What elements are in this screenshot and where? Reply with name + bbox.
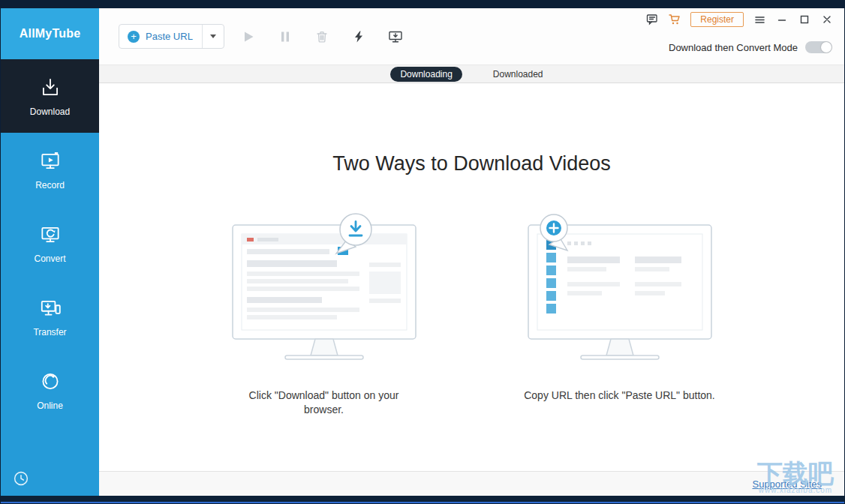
toolbar: + Paste URL: [99, 8, 844, 64]
device-download-icon: [388, 30, 403, 44]
play-icon: [242, 30, 255, 44]
sidebar-item-label: Convert: [34, 254, 65, 264]
paste-method: Copy URL then click "Paste URL" button.: [507, 213, 732, 417]
trash-icon: [315, 30, 329, 44]
device-download-button[interactable]: [387, 28, 404, 45]
app-window: AllMyTube Download: [0, 0, 845, 504]
close-button[interactable]: [820, 13, 834, 26]
convert-icon: [38, 223, 62, 247]
feedback-button[interactable]: [645, 13, 659, 26]
browser-method-caption: Click "Download" button on your browser.: [243, 388, 404, 417]
hamburger-icon: [754, 14, 765, 26]
sidebar-item-record[interactable]: Record: [1, 133, 99, 206]
browser-method: Click "Download" button on your browser.: [212, 213, 437, 417]
sidebar-item-convert[interactable]: Convert: [1, 206, 99, 280]
menu-button[interactable]: [753, 13, 766, 26]
chevron-down-icon: [210, 34, 216, 38]
paste-url-button[interactable]: + Paste URL: [119, 24, 224, 49]
window-top-border: [1, 1, 844, 8]
sidebar-item-label: Transfer: [33, 327, 66, 338]
start-download-button[interactable]: [240, 28, 257, 45]
cart-icon: [669, 14, 681, 26]
page-title: Two Ways to Download Videos: [99, 152, 844, 176]
paste-url-label: Paste URL: [146, 31, 193, 42]
browser-method-illustration: [227, 213, 422, 370]
sidebar: AllMyTube Download: [1, 8, 99, 496]
history-clock-icon[interactable]: [13, 470, 29, 487]
tab-downloading[interactable]: Downloading: [390, 67, 462, 82]
close-icon: [822, 14, 832, 25]
paste-method-caption: Copy URL then click "Paste URL" button.: [507, 388, 732, 403]
main-area: + Paste URL: [99, 8, 844, 496]
pause-download-button[interactable]: [277, 28, 293, 45]
content-panel: Two Ways to Download Videos: [99, 83, 844, 471]
delete-button[interactable]: [314, 28, 330, 45]
sidebar-item-online[interactable]: Online: [1, 353, 99, 427]
minimize-button[interactable]: [775, 13, 789, 26]
high-speed-button[interactable]: [350, 28, 367, 45]
supported-sites-link[interactable]: Supported Sites: [752, 478, 822, 490]
download-tabs: Downloading Downloaded: [99, 64, 844, 83]
window-bottom-border: [1, 496, 844, 504]
transfer-icon: [38, 296, 62, 320]
sidebar-item-transfer[interactable]: Transfer: [1, 280, 99, 353]
record-icon: [38, 149, 62, 173]
footer-bar: Supported Sites: [99, 471, 844, 496]
maximize-icon: [799, 14, 810, 25]
paste-url-dropdown[interactable]: [203, 34, 224, 38]
sidebar-item-label: Download: [30, 106, 70, 117]
app-logo: AllMyTube: [1, 8, 99, 59]
minimize-icon: [777, 14, 787, 25]
pause-icon: [278, 30, 292, 44]
purchase-cart-button[interactable]: [668, 13, 681, 26]
sidebar-item-label: Record: [35, 180, 65, 190]
convert-mode-label: Download then Convert Mode: [669, 42, 798, 53]
maximize-button[interactable]: [798, 13, 811, 26]
sidebar-item-label: Online: [37, 400, 63, 411]
register-button[interactable]: Register: [690, 12, 744, 27]
online-globe-icon: [38, 370, 62, 394]
download-icon: [38, 76, 62, 100]
convert-mode-toggle[interactable]: [805, 41, 832, 53]
tab-downloaded[interactable]: Downloaded: [483, 67, 553, 82]
lightning-icon: [352, 30, 365, 44]
paste-method-illustration: [522, 213, 717, 370]
sidebar-item-download[interactable]: Download: [1, 59, 99, 133]
toggle-knob: [821, 42, 831, 52]
message-icon: [646, 14, 658, 26]
plus-icon: +: [128, 31, 140, 43]
